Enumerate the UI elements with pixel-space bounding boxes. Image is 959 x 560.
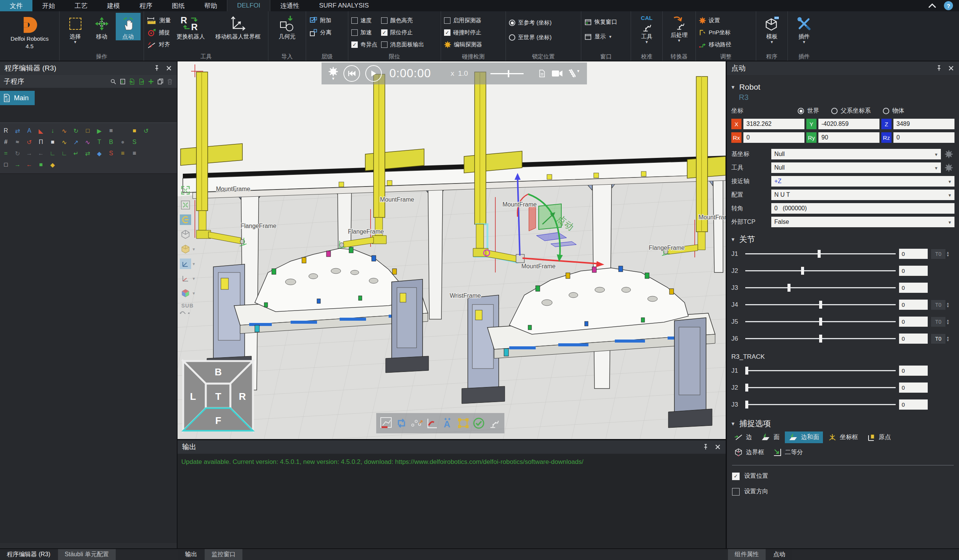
tool-icon[interactable]: S <box>106 148 116 158</box>
tool-icon[interactable]: ■ <box>48 137 58 147</box>
spinner-arrows-icon[interactable]: ▲▼ <box>946 319 949 325</box>
close-icon[interactable] <box>166 65 172 72</box>
track-j3-slider[interactable] <box>745 404 896 405</box>
tab-jog[interactable]: 点动 <box>766 549 792 560</box>
j1-value-input[interactable]: 0 <box>899 249 928 259</box>
tool-icon[interactable]: = <box>1 148 11 158</box>
limit-check-message-panel[interactable]: ✓消息面板输出 <box>381 39 424 50</box>
j3-slider[interactable] <box>745 287 896 288</box>
detach-button[interactable]: 分离 <box>309 27 331 38</box>
tool-icon[interactable]: ● <box>118 137 128 147</box>
sub-curve-button[interactable]: SUB <box>180 302 194 314</box>
tool-icon[interactable]: S <box>129 137 140 147</box>
search-icon[interactable] <box>110 78 116 85</box>
import-program-icon[interactable] <box>129 78 135 85</box>
frame-select-icon[interactable] <box>457 417 469 430</box>
record-video-icon[interactable] <box>551 70 563 77</box>
playback-settings-gear-icon[interactable]: ▼ <box>328 67 338 81</box>
tool-icon[interactable]: ∟ <box>59 148 69 158</box>
postprocess-button[interactable]: 后处理▼ <box>667 13 692 42</box>
export-program-icon[interactable] <box>139 78 145 85</box>
tree-item-main[interactable]: M Main <box>0 91 35 105</box>
j4-value-input[interactable]: 0 <box>899 300 928 310</box>
align-button[interactable]: 对齐 <box>147 39 171 50</box>
collision-stop-on-collision[interactable]: ✓碰撞时停止 <box>444 27 482 38</box>
coord-parent-radio[interactable]: 父系坐标系 <box>831 107 871 115</box>
tool-icon[interactable]: ← <box>36 148 46 158</box>
tool-icon[interactable]: ⇄ <box>83 148 93 158</box>
robot-section-header[interactable]: ▼ Robot <box>727 77 959 92</box>
tool-icon[interactable]: □ <box>83 126 93 136</box>
limit-check-color-highlight[interactable]: ✓颜色高亮 <box>381 15 424 26</box>
j6-slider-handle[interactable] <box>819 335 822 342</box>
swap-robot-button[interactable]: RR 更换机器人 <box>173 13 209 40</box>
snap-origin-button[interactable]: 原点 <box>863 431 895 443</box>
tool-icon[interactable]: ■ <box>129 126 140 136</box>
tool-icon[interactable]: ■ <box>36 160 46 170</box>
settings-button[interactable]: 设置 <box>699 15 731 26</box>
geometry-button[interactable]: 几何元 <box>275 13 300 40</box>
z-position-input[interactable]: 3489 <box>894 119 954 129</box>
speed-slider[interactable] <box>491 73 524 74</box>
track-j3-value-input[interactable]: 0 <box>899 399 928 410</box>
y-position-input[interactable]: -4020.859 <box>819 119 879 129</box>
tool-icon[interactable]: R <box>1 126 11 136</box>
limit-check-limit-stop[interactable]: ✓限位停止 <box>381 27 424 38</box>
snap-bisect-button[interactable]: 二等分 <box>769 446 807 458</box>
trash-icon[interactable] <box>167 78 173 85</box>
j3-value-input[interactable]: 0 <box>899 283 928 293</box>
tool-icon[interactable]: ≈ <box>13 137 22 147</box>
close-icon[interactable] <box>714 444 721 450</box>
menu-tab-help[interactable]: 帮助 <box>194 0 227 11</box>
snap-edge-button[interactable]: 边 <box>731 431 756 443</box>
j2-value-input[interactable]: 0 <box>899 266 928 276</box>
tool-icon[interactable]: ∿ <box>59 137 69 147</box>
lock-to-reference-radio[interactable]: 至参考 (坐标) <box>509 18 551 28</box>
snap-options-section-header[interactable]: ▼ 捕捉选项 <box>727 413 959 430</box>
active-view-tool-button[interactable] <box>180 215 191 225</box>
tool-icon[interactable]: # <box>1 137 11 147</box>
turn-input[interactable]: 0 (000000) <box>771 203 954 214</box>
menu-tab-delfoi[interactable]: DELFOI <box>227 0 270 11</box>
plugins-button[interactable]: 插件▼ <box>792 13 817 44</box>
tool-icon[interactable]: ↻ <box>13 148 22 158</box>
j5-t0-button[interactable]: T0 <box>931 317 945 327</box>
joints-section-header[interactable]: ▼ 关节 <box>727 229 959 245</box>
track-j1-slider-handle[interactable] <box>745 367 748 375</box>
j1-slider-handle[interactable] <box>818 250 820 258</box>
film-strip-icon[interactable]: ▼ <box>568 69 580 78</box>
pnp-frame-button[interactable]: PnP坐标 <box>699 27 731 38</box>
track-j2-value-input[interactable]: 0 <box>899 382 928 393</box>
tool-icon[interactable]: ∟ <box>48 148 58 158</box>
menu-tab-start[interactable]: 开始 <box>32 0 65 11</box>
coord-world-radio[interactable]: 世界 <box>798 107 819 115</box>
path-points-icon[interactable] <box>411 417 423 430</box>
tool-icon[interactable]: ≡ <box>129 148 140 158</box>
tool-icon[interactable]: ◣ <box>36 126 46 136</box>
j4-slider-handle[interactable] <box>819 301 822 309</box>
menu-tab-file[interactable]: 文件 <box>0 0 32 11</box>
limit-check-accel[interactable]: ✓加速 <box>351 27 378 38</box>
collision-edit-detector[interactable]: 编辑探测器 <box>444 39 482 50</box>
track-j2-slider[interactable] <box>745 387 896 388</box>
help-button[interactable]: ? <box>944 1 953 10</box>
checklist-icon[interactable] <box>119 78 126 85</box>
rz-rotation-input[interactable]: 0 <box>894 132 954 143</box>
x-position-input[interactable]: 3182.262 <box>743 119 804 129</box>
base-frame-gear-icon[interactable] <box>943 149 954 159</box>
lock-to-world-radio[interactable]: 至世界 (坐标) <box>509 32 551 43</box>
swap-selection-icon[interactable] <box>395 417 408 430</box>
snap-frame-button[interactable]: 坐标框 <box>824 431 862 443</box>
snap-bounding-box-button[interactable]: 边界框 <box>731 446 768 458</box>
tool-icon[interactable]: T <box>94 137 104 147</box>
collapse-ribbon-icon[interactable] <box>928 3 937 8</box>
display-button[interactable]: 显示▼ <box>584 31 617 42</box>
tool-icon[interactable]: Π <box>36 137 46 147</box>
tool-icon[interactable]: ≡ <box>106 126 116 136</box>
tool-icon[interactable]: ⇄ <box>13 126 22 136</box>
j1-slider[interactable] <box>745 253 896 255</box>
move-button[interactable]: 移动 <box>89 13 114 40</box>
attach-button[interactable]: 附加 <box>309 15 331 26</box>
wireframe-cube-button[interactable] <box>180 229 191 240</box>
external-tcp-select[interactable]: False▼ <box>771 217 954 227</box>
